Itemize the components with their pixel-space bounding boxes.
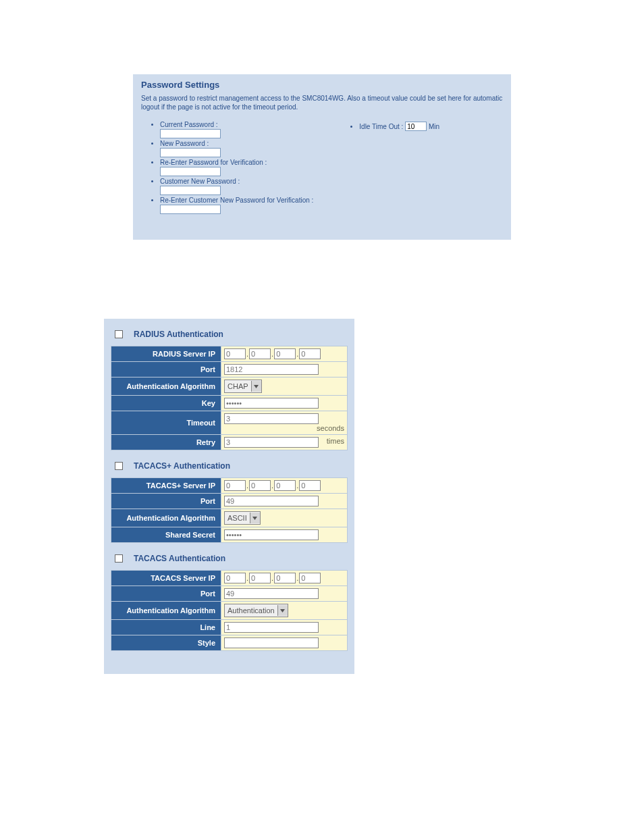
svg-marker-1 [252,517,257,520]
tacacs-server-ip-label: TACACS Server IP [111,571,221,586]
new-password-input[interactable] [160,148,221,157]
tacacs-enable-checkbox[interactable] [115,554,123,563]
tacacs-title: TACACS Authentication [134,554,225,563]
radius-port-input[interactable] [224,364,319,375]
authentication-panel: RADIUS Authentication RADIUS Server IP .… [104,319,354,674]
chevron-down-icon [251,381,261,392]
svg-marker-0 [254,385,259,388]
tacacs-style-label: Style [111,635,221,651]
radius-retry-input[interactable] [224,437,319,448]
tacacs-plus-algo-label: Authentication Algorithm [111,509,221,527]
tacacs-section-header: TACACS Authentication [115,554,348,563]
tacacs-plus-ip-1[interactable] [224,480,246,491]
radius-ip-4[interactable] [299,348,321,359]
tacacs-ip-2[interactable] [249,573,271,583]
radius-retry-label: Retry [111,435,221,450]
tacacs-line-label: Line [111,620,221,635]
radius-ip-3[interactable] [274,348,296,359]
radius-algo-value: CHAP [227,382,248,390]
radius-timeout-input[interactable] [224,413,319,424]
radius-algo-label: Authentication Algorithm [111,377,221,396]
password-fields-column: Current Password : New Password : Re-Ent… [141,121,313,215]
radius-key-label: Key [111,396,221,411]
idle-timeout-column: Idle Time Out : Min [340,121,439,215]
radius-port-label: Port [111,362,221,377]
radius-timeout-unit: seconds [317,424,344,432]
password-settings-description: Set a password to restrict management ac… [141,94,503,111]
current-password-label: Current Password : [160,121,218,128]
radius-retry-unit: times [327,437,344,445]
idle-timeout-input[interactable] [405,122,427,131]
tacacs-plus-ip-2[interactable] [249,480,271,491]
tacacs-plus-ip-3[interactable] [274,480,296,491]
idle-timeout-label: Idle Time Out : [359,123,403,130]
new-password-label: New Password : [160,140,209,147]
tacacs-line-input[interactable] [224,622,319,633]
tacacs-plus-title: TACACS+ Authentication [134,461,230,471]
tacacs-port-input[interactable] [224,588,319,599]
radius-table: RADIUS Server IP ... Port Authentication… [111,346,348,450]
tacacs-plus-ip-4[interactable] [299,480,321,491]
chevron-down-icon [250,513,260,523]
tacacs-port-label: Port [111,586,221,602]
tacacs-plus-server-ip-label: TACACS+ Server IP [111,478,221,494]
tacacs-ip-1[interactable] [224,573,246,583]
chevron-down-icon [277,605,288,616]
idle-timeout-unit: Min [429,123,439,130]
svg-marker-2 [280,609,285,613]
reenter-password-input[interactable] [160,167,221,176]
tacacs-style-input[interactable] [224,637,319,648]
tacacs-plus-port-input[interactable] [224,496,319,506]
tacacs-plus-algo-value: ASCII [227,514,247,522]
tacacs-plus-algo-select[interactable]: ASCII [224,511,261,525]
tacacs-ip-3[interactable] [274,573,296,583]
tacacs-algo-select[interactable]: Authentication [224,604,288,617]
radius-algo-select[interactable]: CHAP [224,380,262,393]
current-password-input[interactable] [160,129,221,138]
reenter-password-label: Re-Enter Password for Verification : [160,159,267,166]
reenter-customer-password-input[interactable] [160,205,221,214]
tacacs-plus-table: TACACS+ Server IP ... Port Authenticatio… [111,477,348,543]
reenter-customer-password-label: Re-Enter Customer New Password for Verif… [160,197,313,204]
tacacs-plus-section-header: TACACS+ Authentication [115,461,348,471]
customer-new-password-label: Customer New Password : [160,178,240,185]
radius-server-ip-label: RADIUS Server IP [111,346,221,362]
radius-section-header: RADIUS Authentication [115,330,348,339]
password-settings-title: Password Settings [141,80,503,90]
radius-server-ip-cell: ... [221,346,348,362]
radius-ip-2[interactable] [249,348,271,359]
tacacs-algo-label: Authentication Algorithm [111,602,221,620]
tacacs-algo-value: Authentication [227,606,275,615]
tacacs-plus-enable-checkbox[interactable] [115,462,123,470]
radius-ip-1[interactable] [224,348,246,359]
tacacs-plus-secret-label: Shared Secret [111,527,221,543]
radius-key-input[interactable] [224,398,319,409]
customer-new-password-input[interactable] [160,186,221,195]
tacacs-plus-secret-input[interactable] [224,529,319,540]
password-settings-panel: Password Settings Set a password to rest… [133,74,511,240]
tacacs-table: TACACS Server IP ... Port Authentication… [111,570,348,651]
radius-title: RADIUS Authentication [134,330,223,339]
radius-enable-checkbox[interactable] [115,330,123,338]
radius-timeout-label: Timeout [111,411,221,435]
tacacs-plus-port-label: Port [111,494,221,509]
tacacs-ip-4[interactable] [299,573,321,583]
